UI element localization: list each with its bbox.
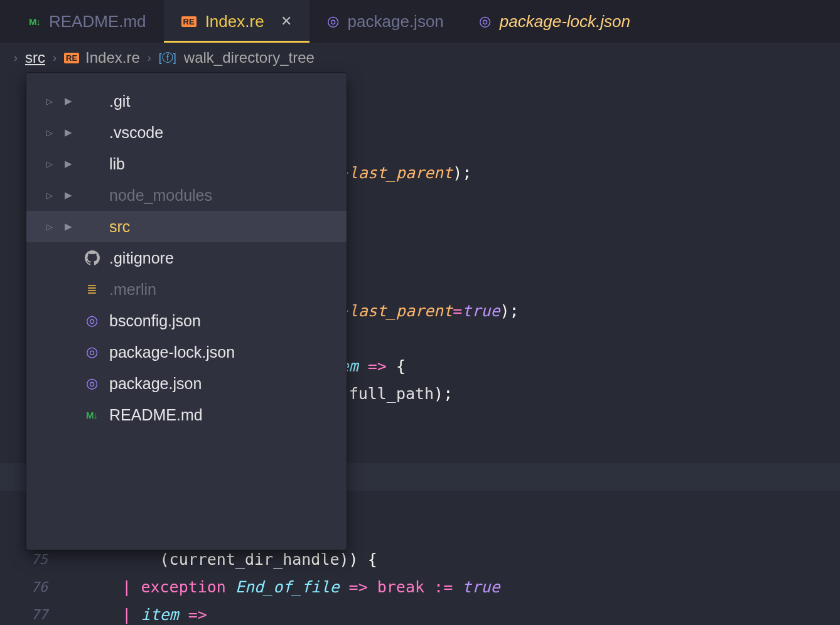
code-content: | exception End_of_file => break := true bbox=[65, 574, 500, 601]
folder-item[interactable]: ▷▶ lib bbox=[26, 148, 347, 179]
chevron-right-icon: › bbox=[14, 51, 18, 65]
chevron-right-icon: ▷ bbox=[45, 97, 54, 106]
lines-icon: ≣ bbox=[83, 282, 100, 297]
code-line[interactable]: 75 (current_dir_handle)) { bbox=[0, 546, 840, 574]
code-line[interactable]: 77 | item => bbox=[0, 601, 840, 625]
breadcrumb-dropdown[interactable]: ▷▶ .git▷▶ .vscode▷▶ lib▷▶ node_modules▷▶… bbox=[26, 73, 347, 550]
chevron-right-icon: › bbox=[53, 51, 57, 65]
json-icon: ◎ bbox=[327, 13, 339, 29]
expand-icon: ▶ bbox=[63, 221, 74, 232]
json-icon: ◎ bbox=[83, 375, 100, 392]
json-icon: ◎ bbox=[83, 344, 100, 360]
file-item[interactable]: ▷▶◎package-lock.json bbox=[26, 336, 347, 368]
file-item[interactable]: ▷▶◎bsconfig.json bbox=[26, 305, 347, 336]
json-icon: ◎ bbox=[83, 312, 100, 329]
tab-package-lock[interactable]: ◎ package-lock.json bbox=[461, 0, 648, 43]
chevron-right-icon: ▷ bbox=[45, 222, 54, 232]
file-item[interactable]: ▷▶≣.merlin bbox=[26, 274, 347, 305]
item-label: package.json bbox=[109, 375, 202, 393]
folder-item[interactable]: ▷▶ node_modules bbox=[26, 179, 347, 211]
tab-label: README.md bbox=[49, 12, 146, 31]
tab-label: package.json bbox=[348, 12, 444, 31]
chevron-right-icon: ▷ bbox=[45, 159, 54, 169]
item-label: bsconfig.json bbox=[109, 312, 201, 330]
item-label: node_modules bbox=[109, 186, 212, 205]
item-label: .gitignore bbox=[109, 249, 174, 267]
tab-bar: M↓ README.md RE Index.re ✕ ◎ package.jso… bbox=[0, 0, 840, 43]
line-number: 75 bbox=[0, 546, 65, 574]
expand-icon: ▶ bbox=[63, 158, 74, 169]
close-icon[interactable]: ✕ bbox=[281, 13, 292, 29]
reason-icon: RE bbox=[64, 53, 79, 63]
function-icon: [ⓕ] bbox=[159, 50, 176, 65]
markdown-icon: M↓ bbox=[83, 410, 100, 420]
tab-label: Index.re bbox=[205, 12, 264, 31]
markdown-icon: M↓ bbox=[29, 16, 40, 27]
item-label: README.md bbox=[109, 406, 203, 424]
tab-label: package-lock.json bbox=[500, 12, 630, 31]
breadcrumb-symbol[interactable]: walk_directory_tree bbox=[184, 49, 315, 67]
file-item[interactable]: ▷▶.gitignore bbox=[26, 242, 347, 274]
file-item[interactable]: ▷▶M↓README.md bbox=[26, 399, 347, 430]
item-label: lib bbox=[109, 155, 125, 173]
file-item[interactable]: ▷▶◎package.json bbox=[26, 368, 347, 399]
breadcrumb-folder[interactable]: src bbox=[25, 49, 45, 67]
json-icon: ◎ bbox=[479, 13, 491, 29]
line-number: 77 bbox=[0, 601, 65, 625]
chevron-right-icon: ▷ bbox=[45, 128, 54, 137]
code-line[interactable]: 76 | exception End_of_file => break := t… bbox=[0, 574, 840, 601]
github-icon bbox=[83, 250, 100, 265]
reason-icon: RE bbox=[181, 16, 197, 27]
breadcrumb[interactable]: › src › RE Index.re › [ⓕ] walk_directory… bbox=[0, 43, 840, 73]
expand-icon: ▶ bbox=[63, 127, 74, 138]
expand-icon: ▶ bbox=[63, 190, 74, 201]
folder-item[interactable]: ▷▶ .git bbox=[26, 85, 347, 117]
chevron-right-icon: › bbox=[148, 51, 151, 65]
tab-package-json[interactable]: ◎ package.json bbox=[310, 0, 461, 43]
breadcrumb-file[interactable]: Index.re bbox=[85, 49, 140, 67]
folder-item[interactable]: ▷▶ .vscode bbox=[26, 117, 347, 148]
item-label: package-lock.json bbox=[109, 343, 235, 361]
folder-item[interactable]: ▷▶ src bbox=[26, 211, 347, 242]
chevron-right-icon: ▷ bbox=[45, 191, 54, 200]
item-label: .vscode bbox=[109, 124, 163, 142]
code-content: (current_dir_handle)) { bbox=[65, 546, 377, 574]
code-content: | item => bbox=[65, 601, 207, 625]
expand-icon: ▶ bbox=[63, 95, 74, 107]
tab-index-re[interactable]: RE Index.re ✕ bbox=[164, 0, 310, 43]
tab-readme[interactable]: M↓ README.md bbox=[11, 0, 164, 43]
item-label: .merlin bbox=[109, 280, 156, 299]
item-label: src bbox=[109, 218, 130, 236]
line-number: 76 bbox=[0, 574, 65, 601]
item-label: .git bbox=[109, 92, 130, 110]
